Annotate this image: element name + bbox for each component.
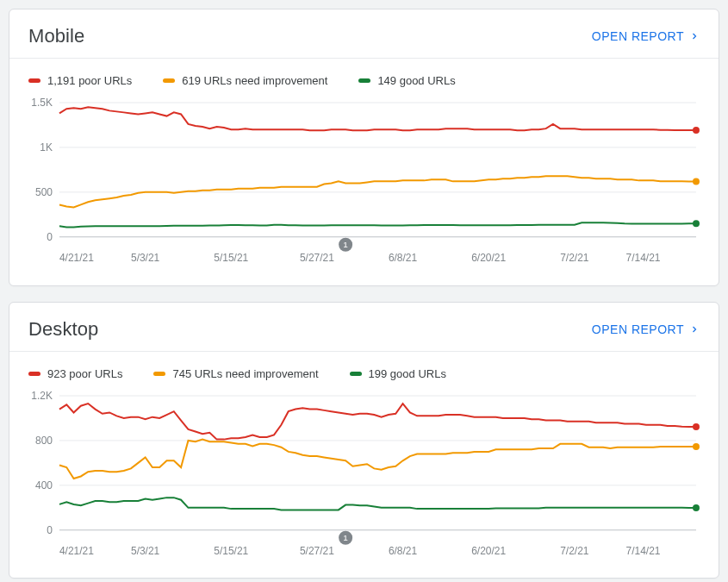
y-tick-label: 1.5K: [31, 97, 53, 109]
legend-item-improve: 745 URLs need improvement: [153, 367, 318, 380]
desktop-title: Desktop: [28, 318, 98, 341]
legend-item-poor: 1,191 poor URLs: [28, 74, 132, 87]
series-line-good: [59, 498, 696, 510]
x-tick-label: 4/21/21: [59, 252, 94, 264]
desktop-chart-svg: 04008001.2K4/21/215/3/215/15/215/27/216/…: [28, 387, 700, 560]
legend-swatch-good: [358, 78, 370, 83]
x-tick-label: 7/2/21: [560, 252, 589, 264]
y-tick-label: 500: [35, 186, 53, 198]
series-endpoint-improve: [693, 178, 700, 185]
legend-label: 1,191 poor URLs: [47, 74, 132, 87]
y-tick-label: 800: [35, 435, 53, 447]
legend-label: 149 good URLs: [377, 74, 455, 87]
series-endpoint-improve: [693, 443, 700, 450]
legend-item-good: 199 good URLs: [350, 367, 446, 380]
legend-label: 923 poor URLs: [47, 367, 122, 380]
mobile-card: MobileOPEN REPORT1,191 poor URLs619 URLs…: [9, 9, 719, 286]
mobile-title: Mobile: [28, 25, 84, 47]
legend-item-good: 149 good URLs: [358, 74, 455, 87]
series-line-poor: [59, 107, 696, 130]
open-report-label: OPEN REPORT: [592, 29, 684, 43]
desktop-header: DesktopOPEN REPORT: [9, 303, 719, 351]
y-tick-label: 1.2K: [31, 390, 53, 402]
timeline-marker-label: 1: [343, 533, 348, 542]
x-tick-label: 6/20/21: [471, 544, 506, 556]
legend-item-poor: 923 poor URLs: [28, 367, 122, 380]
x-tick-label: 6/8/21: [389, 544, 418, 556]
mobile-header: MobileOPEN REPORT: [9, 9, 719, 58]
legend-item-improve: 619 URLs need improvement: [163, 74, 327, 87]
open-report-label: OPEN REPORT: [592, 322, 684, 336]
series-line-poor: [59, 404, 696, 440]
y-tick-label: 1K: [40, 141, 53, 153]
legend-swatch-poor: [28, 372, 40, 376]
legend-swatch-good: [350, 372, 362, 376]
mobile-chart-svg: 05001K1.5K4/21/215/3/215/15/215/27/216/8…: [28, 94, 700, 266]
series-line-improve: [59, 439, 696, 478]
x-tick-label: 5/15/21: [214, 544, 248, 556]
desktop-card: DesktopOPEN REPORT923 poor URLs745 URLs …: [9, 302, 719, 579]
x-tick-label: 5/3/21: [131, 544, 160, 556]
mobile-legend: 1,191 poor URLs619 URLs need improvement…: [9, 59, 719, 94]
mobile-chart: 05001K1.5K4/21/215/3/215/15/215/27/216/8…: [9, 94, 719, 285]
chevron-right-icon: [689, 324, 700, 335]
x-tick-label: 7/2/21: [560, 544, 589, 556]
legend-label: 199 good URLs: [369, 367, 446, 380]
desktop-legend: 923 poor URLs745 URLs need improvement19…: [9, 352, 719, 387]
legend-swatch-improve: [153, 372, 165, 376]
chevron-right-icon: [689, 31, 700, 41]
series-endpoint-good: [693, 220, 700, 227]
x-tick-label: 5/3/21: [131, 252, 160, 264]
desktop-open-report-link[interactable]: OPEN REPORT: [592, 322, 700, 336]
legend-swatch-poor: [28, 78, 40, 83]
y-tick-label: 0: [47, 231, 53, 243]
x-tick-label: 5/15/21: [214, 252, 248, 264]
x-tick-label: 5/27/21: [300, 252, 334, 264]
y-tick-label: 400: [35, 479, 53, 491]
legend-label: 619 URLs need improvement: [182, 74, 327, 87]
mobile-open-report-link[interactable]: OPEN REPORT: [592, 29, 700, 43]
series-line-good: [59, 222, 696, 227]
x-tick-label: 7/14/21: [626, 252, 661, 264]
x-tick-label: 6/8/21: [389, 252, 418, 264]
x-tick-label: 5/27/21: [300, 544, 334, 556]
series-endpoint-good: [693, 504, 700, 511]
timeline-marker-label: 1: [343, 240, 348, 249]
series-endpoint-poor: [693, 127, 700, 134]
x-tick-label: 4/21/21: [59, 544, 94, 556]
legend-label: 745 URLs need improvement: [172, 367, 318, 380]
legend-swatch-improve: [163, 78, 175, 83]
desktop-chart: 04008001.2K4/21/215/3/215/15/215/27/216/…: [9, 387, 719, 579]
series-endpoint-poor: [693, 423, 700, 430]
x-tick-label: 6/20/21: [471, 252, 506, 264]
x-tick-label: 7/14/21: [626, 544, 661, 556]
y-tick-label: 0: [47, 524, 53, 536]
